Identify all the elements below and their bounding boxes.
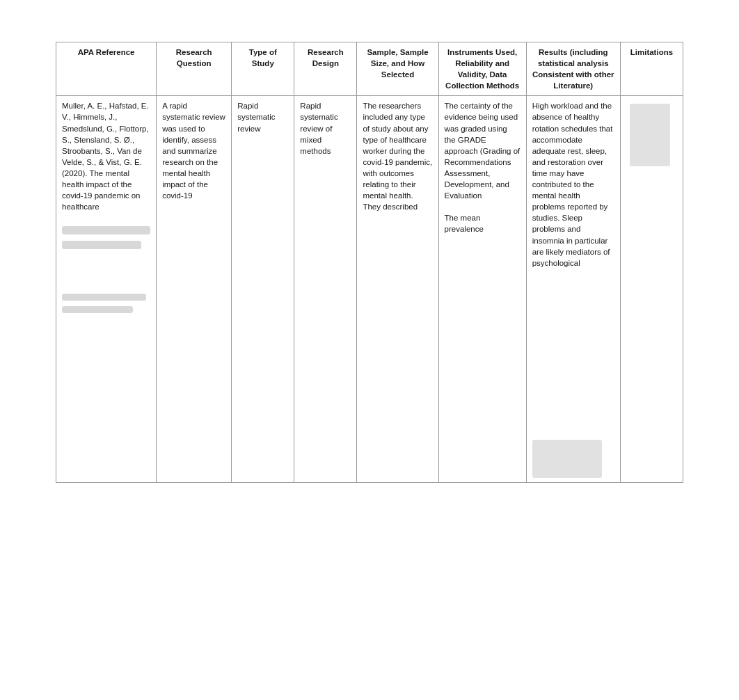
table-row: Muller, A. E., Hafstad, E. V., Himmels, … <box>56 96 683 483</box>
cell-design: Rapid systematic review of mixed methods <box>294 96 357 483</box>
cell-results: High workload and the absence of healthy… <box>526 96 620 483</box>
research-table: APA Reference Research Question Type of … <box>56 42 683 483</box>
header-instruments: Instruments Used, Reliability and Validi… <box>438 42 526 96</box>
cell-type: Rapid systematic review <box>232 96 294 483</box>
header-sample: Sample, Sample Size, and How Selected <box>357 42 438 96</box>
header-limitations: Limitations <box>620 42 683 96</box>
header-type: Type of Study <box>232 42 294 96</box>
header-row: APA Reference Research Question Type of … <box>56 42 683 96</box>
cell-rq: A rapid systematic review was used to id… <box>157 96 232 483</box>
cell-limitations <box>620 96 683 483</box>
header-design: Research Design <box>294 42 357 96</box>
cell-instruments: The certainty of the evidence being used… <box>438 96 526 483</box>
header-results: Results (including statistical analysis … <box>526 42 620 96</box>
header-apa: APA Reference <box>56 42 157 96</box>
page-container: APA Reference Research Question Type of … <box>0 0 739 525</box>
cell-apa: Muller, A. E., Hafstad, E. V., Himmels, … <box>56 96 157 483</box>
cell-sample: The researchers included any type of stu… <box>357 96 438 483</box>
header-rq: Research Question <box>157 42 232 96</box>
